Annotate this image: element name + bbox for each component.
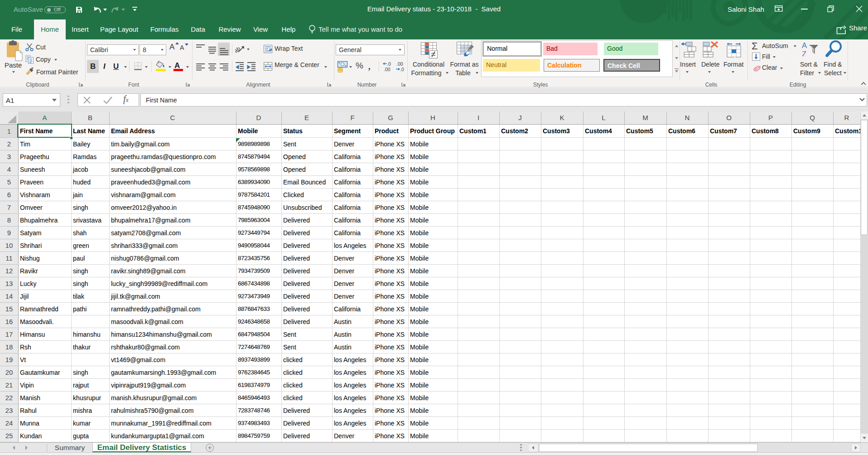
svg-text:.0: .0 (387, 61, 391, 67)
svg-text:Z: Z (802, 50, 806, 56)
svg-text:A: A (802, 41, 807, 49)
svg-text:.00: .00 (384, 67, 391, 72)
